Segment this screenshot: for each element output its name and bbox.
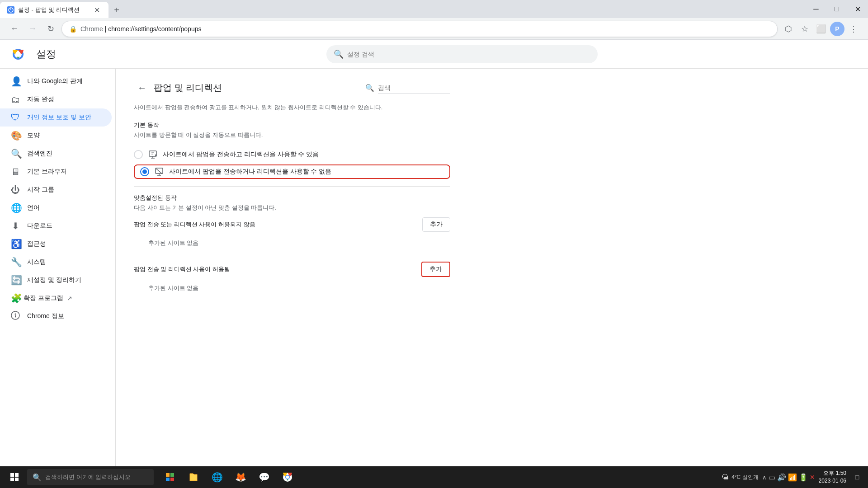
sidebar-item-accessibility[interactable]: ♿ 접근성 (0, 235, 112, 253)
taskbar-search-placeholder: 검색하려면 여기에 입력하십시오 (45, 473, 131, 481)
block-option-box[interactable]: 사이트에서 팝업을 전송하거나 리디렉션을 사용할 수 없음 (134, 164, 450, 179)
add-blocked-button[interactable]: 추가 (422, 217, 450, 232)
allow-option-label: 사이트에서 팝업을 전송하고 리디렉션을 사용할 수 있음 (163, 150, 319, 159)
sidebar-item-download[interactable]: ⬇ 다운로드 (0, 217, 112, 235)
profile-button[interactable]: P (830, 22, 844, 36)
bookmark-icon[interactable]: ☆ (797, 22, 812, 36)
sidebar-item-search[interactable]: 🔍 검색엔진 (0, 145, 112, 163)
taskbar-app-files[interactable] (183, 466, 204, 488)
allowed-section-header: 팝업 전송 및 리디렉션 사용이 허용됨 추가 (134, 262, 450, 277)
sidebar-item-about[interactable]: Chrome 정보 (0, 307, 112, 325)
taskbar-app-firefox[interactable]: 🦊 (230, 466, 251, 488)
sidebar-item-label: 확장 프로그램 (24, 294, 63, 302)
sidebar-item-label: 재설정 및 정리하기 (27, 276, 81, 284)
accessibility-icon: ♿ (11, 239, 20, 249)
allowed-section-title: 팝업 전송 및 리디렉션 사용이 허용됨 (134, 265, 230, 273)
weather-icon: 🌤 (722, 473, 729, 481)
maximize-button[interactable]: □ (826, 0, 847, 18)
tray-time[interactable]: 오후 1:50 2023-01-06 (819, 469, 846, 485)
blocked-empty-message: 추가된 사이트 없음 (134, 235, 450, 251)
sidebar-item-privacy[interactable]: 🛡 개인 정보 보호 및 보안 (0, 108, 112, 127)
allow-radio[interactable] (134, 150, 143, 159)
section-divider (134, 186, 450, 187)
taskbar-app-edge[interactable]: 🌐 (206, 466, 228, 488)
sidebar-item-extensions[interactable]: 🧩 확장 프로그램 ↗ (0, 289, 112, 307)
download-icon: ⬇ (11, 221, 20, 231)
back-button[interactable]: ← (7, 22, 22, 36)
content-page-title: 팝업 및 리디렉션 (154, 82, 222, 94)
new-tab-button[interactable]: + (108, 2, 125, 18)
sidebar-item-startup[interactable]: ⏻ 시작 그룹 (0, 181, 112, 199)
sidebar-item-label: 기본 브라우저 (27, 168, 67, 176)
address-bar[interactable]: 🔒 Chrome | chrome://settings/content/pop… (61, 21, 778, 37)
taskbar-tray: 🌤 4°C 실안개 ∧ ▭ 🔊 📶 🔋 ✕ 오후 1:50 2023-01-06… (722, 466, 864, 488)
chevron-up-icon[interactable]: ∧ (762, 474, 767, 481)
allowed-empty-message: 추가된 사이트 없음 (134, 281, 450, 296)
autofill-icon: 🗂 (11, 94, 20, 105)
chrome-info-icon (11, 311, 20, 322)
sidebar-item-reset[interactable]: 🔄 재설정 및 정리하기 (0, 271, 112, 289)
custom-behavior-section: 맞춤설정된 동작 다음 사이트는 기본 설정이 아닌 맞춤 설정을 따릅니다. … (134, 194, 450, 296)
profile-menu-icon[interactable]: ⬜ (814, 22, 828, 36)
volume-icon[interactable]: 🔊 (777, 473, 786, 482)
sidebar-item-label: 검색엔진 (27, 150, 52, 158)
default-behavior-title: 기본 동작 (134, 121, 450, 129)
in-page-search-input[interactable] (378, 82, 450, 94)
content-back-button[interactable]: ← (134, 80, 150, 96)
toolbar-actions: ⬡ ☆ ⬜ P ⋮ (781, 22, 861, 36)
sidebar-item-label: 나와 Google의 관계 (27, 77, 83, 85)
in-page-search: 🔍 (365, 82, 450, 94)
more-menu-button[interactable]: ⋮ (846, 22, 861, 36)
window-controls: ─ □ ✕ (806, 0, 868, 18)
sidebar-item-browser[interactable]: 🖥 기본 브라우저 (0, 163, 112, 181)
sidebar-item-label: 개인 정보 보호 및 보안 (27, 113, 91, 122)
custom-behavior-desc: 다음 사이트는 기본 설정이 아닌 맞춤 설정을 따릅니다. (134, 204, 450, 212)
notification-button[interactable]: □ (850, 466, 864, 488)
forward-button[interactable]: → (25, 22, 40, 36)
minimize-button[interactable]: ─ (806, 0, 826, 18)
search-icon: 🔍 (334, 49, 344, 59)
settings-page: 설정 🔍 👤 나와 Google의 관계 🗂 (0, 40, 868, 466)
taskbar-search-icon: 🔍 (33, 473, 42, 482)
browser-tab[interactable]: 설정 - 팝업 및 리디렉션 ✕ (0, 2, 108, 18)
system-tray: ∧ ▭ 🔊 📶 🔋 ✕ (762, 473, 815, 482)
sidebar-item-appearance[interactable]: 🎨 모양 (0, 127, 112, 145)
blocked-section-header: 팝업 전송 또는 리디렉션 사용이 허용되지 않음 추가 (134, 217, 450, 232)
page-header: ← 팝업 및 리디렉션 🔍 (134, 80, 450, 96)
date-display: 2023-01-06 (819, 477, 846, 485)
svg-rect-10 (166, 473, 170, 477)
temperature-text: 4°C 실안개 (731, 474, 758, 481)
allow-option[interactable]: 사이트에서 팝업을 전송하고 리디렉션을 사용할 수 있음 (134, 145, 450, 164)
taskbar-app-explorer[interactable] (159, 466, 181, 488)
close-button[interactable]: ✕ (847, 0, 868, 18)
sidebar-item-system[interactable]: 🔧 시스템 (0, 253, 112, 271)
sidebar-item-label: 시작 그룹 (27, 186, 54, 194)
search-engine-icon: 🔍 (11, 148, 20, 159)
add-allowed-button[interactable]: 추가 (421, 262, 450, 277)
blocked-section-title: 팝업 전송 또는 리디렉션 사용이 허용되지 않음 (134, 221, 255, 229)
svg-point-5 (15, 313, 16, 314)
sidebar-item-google[interactable]: 👤 나와 Google의 관계 (0, 72, 112, 90)
start-button[interactable] (4, 466, 25, 488)
default-behavior-section: 기본 동작 사이트를 방문할 때 이 설정을 자동으로 따릅니다. (134, 121, 450, 179)
main-content: ← 팝업 및 리디렉션 🔍 사이트에서 팝업을 전송하여 광고를 표시하거나, … (116, 69, 868, 466)
settings-search-input[interactable] (347, 51, 590, 58)
notification-icon: □ (855, 474, 859, 481)
block-radio[interactable] (140, 167, 149, 176)
sidebar-item-autofill[interactable]: 🗂 자동 완성 (0, 90, 112, 108)
svg-point-16 (286, 476, 289, 479)
reset-icon: 🔄 (11, 275, 20, 286)
reload-button[interactable]: ↻ (43, 22, 58, 36)
taskbar-search[interactable]: 🔍 검색하려면 여기에 입력하십시오 (27, 469, 154, 485)
taskbar-app-chrome[interactable] (277, 466, 298, 488)
sidebar-item-language[interactable]: 🌐 언어 (0, 199, 112, 217)
language-icon: 🌐 (11, 202, 20, 213)
tab-close-button[interactable]: ✕ (92, 5, 101, 14)
wifi-icon[interactable]: 📶 (788, 473, 797, 482)
cast-icon[interactable]: ⬡ (781, 22, 796, 36)
tab-title: 설정 - 팝업 및 리디렉션 (18, 6, 89, 14)
address-text: Chrome | chrome://settings/content/popup… (80, 25, 770, 33)
page-description: 사이트에서 팝업을 전송하여 광고를 표시하거나, 원치 않는 웹사이트로 리디… (134, 103, 450, 112)
taskbar-app-chat[interactable]: 💬 (253, 466, 275, 488)
settings-header: 설정 🔍 (0, 40, 868, 69)
